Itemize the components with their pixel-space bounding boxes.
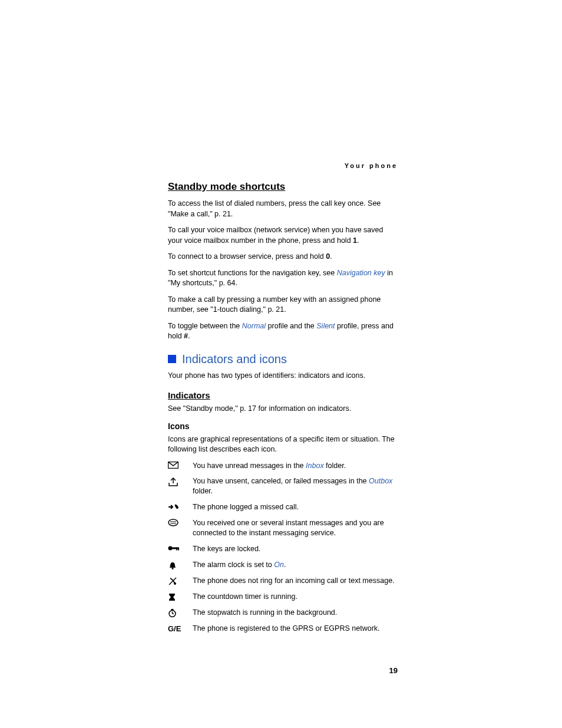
square-bullet-icon <box>168 355 176 363</box>
icon-table: You have unread messages in the Inbox fo… <box>168 461 398 634</box>
stopwatch-icon <box>168 608 193 618</box>
svg-point-9 <box>174 582 176 585</box>
icon-description: The phone does not ring for an incoming … <box>193 576 398 586</box>
outbox-icon <box>168 476 193 486</box>
icon-row: The phone logged a missed call. <box>168 502 398 512</box>
paragraph: Icons are graphical representations of a… <box>168 434 398 455</box>
timer-icon <box>168 592 193 602</box>
gprs-egprs-icon: G/E <box>168 624 193 633</box>
link-normal-profile[interactable]: Normal <box>242 322 266 330</box>
link-silent-profile[interactable]: Silent <box>316 322 335 330</box>
paragraph: To toggle between the Normal profile and… <box>168 321 398 342</box>
link-inbox[interactable]: Inbox <box>306 462 324 470</box>
icon-description: You have unsent, canceled, or failed mes… <box>193 476 398 496</box>
icon-description: The stopwatch is running in the backgrou… <box>193 608 398 618</box>
icon-row: You have unread messages in the Inbox fo… <box>168 461 398 471</box>
document-page: Your phone Standby mode shortcuts To acc… <box>168 162 398 640</box>
section-title: Indicators and icons <box>182 353 287 366</box>
text: . <box>284 561 286 569</box>
icon-row: You have unsent, canceled, or failed mes… <box>168 476 398 496</box>
keylock-icon <box>168 544 193 552</box>
paragraph: To access the list of dialed numbers, pr… <box>168 199 398 219</box>
svg-point-8 <box>172 568 174 569</box>
svg-rect-12 <box>171 609 174 610</box>
text: To toggle between the <box>168 322 242 330</box>
icon-description: The alarm clock is set to On. <box>193 560 398 570</box>
text: The alarm clock is set to <box>193 561 274 569</box>
text: To connect to a browser service, press a… <box>168 252 326 261</box>
section-heading: Indicators and icons <box>168 353 398 366</box>
text: To call your voice mailbox (network serv… <box>168 226 383 245</box>
ge-text: G/E <box>168 624 181 633</box>
silent-icon <box>168 576 193 586</box>
paragraph: Your phone has two types of identifiers:… <box>168 371 398 381</box>
page-number: 19 <box>389 666 398 675</box>
instant-message-icon <box>168 518 193 526</box>
heading-standby-shortcuts: Standby mode shortcuts <box>168 181 398 193</box>
icon-description: You have unread messages in the Inbox fo… <box>193 461 398 471</box>
alarm-icon <box>168 560 193 570</box>
icon-row: The stopwatch is running in the backgrou… <box>168 608 398 618</box>
heading-icons: Icons <box>168 421 398 431</box>
link-navigation-key[interactable]: Navigation key <box>337 269 385 277</box>
paragraph: See "Standby mode," p. 17 for informatio… <box>168 404 398 414</box>
missed-call-icon <box>168 502 193 511</box>
page-header: Your phone <box>168 162 398 169</box>
icon-row: The alarm clock is set to On. <box>168 560 398 570</box>
icon-description: The keys are locked. <box>193 544 398 554</box>
icon-row: The countdown timer is running. <box>168 592 398 602</box>
paragraph: To make a call by pressing a number key … <box>168 295 398 315</box>
link-on[interactable]: On <box>274 561 284 569</box>
icon-description: The countdown timer is running. <box>193 592 398 602</box>
paragraph: To call your voice mailbox (network serv… <box>168 225 398 246</box>
text: To set shortcut functions for the naviga… <box>168 269 337 277</box>
heading-indicators: Indicators <box>168 390 398 400</box>
svg-point-4 <box>168 546 173 550</box>
text: folder. <box>324 462 346 470</box>
icon-description: The phone logged a missed call. <box>193 502 398 512</box>
svg-point-1 <box>168 519 178 526</box>
text: . <box>330 252 332 261</box>
paragraph: To connect to a browser service, press a… <box>168 252 398 262</box>
text: . <box>357 236 359 245</box>
icon-row: The keys are locked. <box>168 544 398 554</box>
text: You have unread messages in the <box>193 462 306 470</box>
icon-row: The phone does not ring for an incoming … <box>168 576 398 586</box>
text: You have unsent, canceled, or failed mes… <box>193 477 369 485</box>
paragraph: To set shortcut functions for the naviga… <box>168 268 398 289</box>
key-label: 1 <box>353 236 357 245</box>
icon-row: You received one or several instant mess… <box>168 518 398 538</box>
icon-description: You received one or several instant mess… <box>193 518 398 538</box>
text: profile and the <box>266 322 316 330</box>
icon-row: G/E The phone is registered to the GPRS … <box>168 624 398 634</box>
svg-rect-7 <box>178 547 179 550</box>
link-outbox[interactable]: Outbox <box>369 477 392 485</box>
icon-description: The phone is registered to the GPRS or E… <box>193 624 398 634</box>
envelope-icon <box>168 461 193 469</box>
text: folder. <box>193 487 213 495</box>
svg-rect-6 <box>176 547 177 550</box>
text: . <box>188 332 190 340</box>
